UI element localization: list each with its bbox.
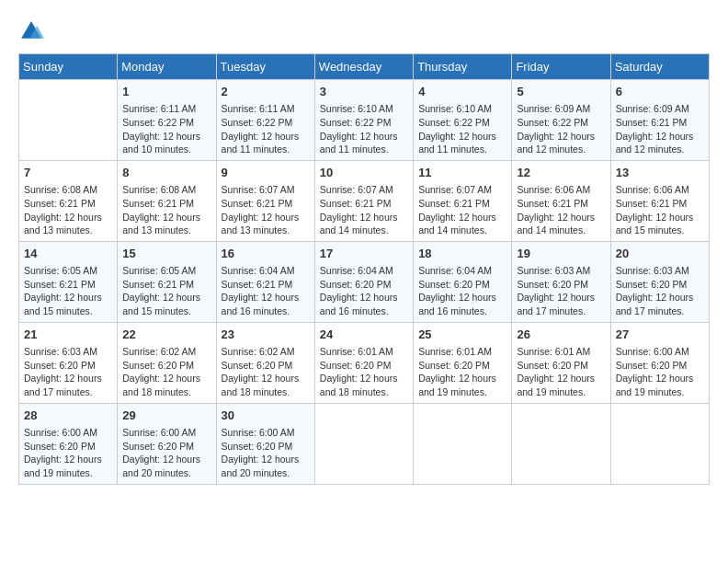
day-info: Sunrise: 6:03 AM Sunset: 6:20 PM Dayligh… (24, 345, 112, 399)
calendar-cell: 18Sunrise: 6:04 AM Sunset: 6:20 PM Dayli… (414, 241, 512, 322)
day-number: 4 (418, 84, 506, 100)
day-number: 3 (320, 84, 408, 100)
calendar-cell: 19Sunrise: 6:03 AM Sunset: 6:20 PM Dayli… (512, 241, 610, 322)
day-number: 27 (616, 327, 704, 343)
day-number: 13 (616, 165, 704, 181)
day-number: 2 (222, 84, 310, 100)
day-number: 21 (24, 327, 112, 343)
calendar-cell: 7Sunrise: 6:08 AM Sunset: 6:21 PM Daylig… (19, 160, 118, 241)
calendar-cell: 27Sunrise: 6:00 AM Sunset: 6:20 PM Dayli… (610, 322, 709, 403)
day-number: 17 (320, 246, 408, 262)
logo (18, 18, 48, 44)
page-header (18, 18, 710, 44)
day-number: 6 (616, 84, 704, 100)
weekday-header: Sunday (19, 54, 118, 80)
calendar-cell (19, 80, 118, 161)
day-info: Sunrise: 6:07 AM Sunset: 6:21 PM Dayligh… (320, 183, 408, 237)
calendar-cell: 21Sunrise: 6:03 AM Sunset: 6:20 PM Dayli… (19, 322, 118, 403)
day-number: 28 (24, 408, 112, 424)
day-number: 12 (517, 165, 605, 181)
calendar-week-row: 28Sunrise: 6:00 AM Sunset: 6:20 PM Dayli… (19, 403, 710, 484)
day-info: Sunrise: 6:07 AM Sunset: 6:21 PM Dayligh… (222, 183, 310, 237)
calendar-cell: 10Sunrise: 6:07 AM Sunset: 6:21 PM Dayli… (314, 160, 413, 241)
day-info: Sunrise: 6:11 AM Sunset: 6:22 PM Dayligh… (122, 102, 210, 156)
calendar-cell: 5Sunrise: 6:09 AM Sunset: 6:22 PM Daylig… (512, 80, 610, 161)
calendar-week-row: 1Sunrise: 6:11 AM Sunset: 6:22 PM Daylig… (19, 80, 710, 161)
day-info: Sunrise: 6:07 AM Sunset: 6:21 PM Dayligh… (418, 183, 506, 237)
calendar-cell: 15Sunrise: 6:05 AM Sunset: 6:21 PM Dayli… (118, 241, 216, 322)
day-number: 24 (320, 327, 408, 343)
logo-icon (18, 18, 44, 44)
calendar-week-row: 21Sunrise: 6:03 AM Sunset: 6:20 PM Dayli… (19, 322, 710, 403)
calendar-cell: 6Sunrise: 6:09 AM Sunset: 6:21 PM Daylig… (610, 80, 709, 161)
day-info: Sunrise: 6:08 AM Sunset: 6:21 PM Dayligh… (122, 183, 210, 237)
day-info: Sunrise: 6:10 AM Sunset: 6:22 PM Dayligh… (320, 102, 408, 156)
weekday-row: SundayMondayTuesdayWednesdayThursdayFrid… (19, 54, 710, 80)
calendar-cell (610, 403, 709, 484)
calendar-cell: 12Sunrise: 6:06 AM Sunset: 6:21 PM Dayli… (512, 160, 610, 241)
day-info: Sunrise: 6:04 AM Sunset: 6:20 PM Dayligh… (418, 264, 506, 318)
day-info: Sunrise: 6:03 AM Sunset: 6:20 PM Dayligh… (517, 264, 605, 318)
calendar-cell: 13Sunrise: 6:06 AM Sunset: 6:21 PM Dayli… (610, 160, 709, 241)
calendar-cell: 20Sunrise: 6:03 AM Sunset: 6:20 PM Dayli… (610, 241, 709, 322)
calendar-cell: 9Sunrise: 6:07 AM Sunset: 6:21 PM Daylig… (216, 160, 314, 241)
calendar-week-row: 7Sunrise: 6:08 AM Sunset: 6:21 PM Daylig… (19, 160, 710, 241)
calendar-header: SundayMondayTuesdayWednesdayThursdayFrid… (19, 54, 710, 80)
weekday-header: Wednesday (314, 54, 413, 80)
day-info: Sunrise: 6:05 AM Sunset: 6:21 PM Dayligh… (122, 264, 210, 318)
day-info: Sunrise: 6:01 AM Sunset: 6:20 PM Dayligh… (320, 345, 408, 399)
calendar-cell (512, 403, 610, 484)
day-info: Sunrise: 6:04 AM Sunset: 6:20 PM Dayligh… (320, 264, 408, 318)
day-number: 18 (418, 246, 506, 262)
calendar-cell: 30Sunrise: 6:00 AM Sunset: 6:20 PM Dayli… (216, 403, 314, 484)
calendar-cell: 4Sunrise: 6:10 AM Sunset: 6:22 PM Daylig… (414, 80, 512, 161)
day-number: 29 (122, 408, 210, 424)
day-info: Sunrise: 6:02 AM Sunset: 6:20 PM Dayligh… (122, 345, 210, 399)
day-number: 1 (122, 84, 210, 100)
day-number: 26 (517, 327, 605, 343)
calendar-cell: 16Sunrise: 6:04 AM Sunset: 6:21 PM Dayli… (216, 241, 314, 322)
day-info: Sunrise: 6:08 AM Sunset: 6:21 PM Dayligh… (24, 183, 112, 237)
day-info: Sunrise: 6:11 AM Sunset: 6:22 PM Dayligh… (222, 102, 310, 156)
calendar-cell (314, 403, 413, 484)
calendar-cell: 11Sunrise: 6:07 AM Sunset: 6:21 PM Dayli… (414, 160, 512, 241)
calendar-cell: 14Sunrise: 6:05 AM Sunset: 6:21 PM Dayli… (19, 241, 118, 322)
day-info: Sunrise: 6:03 AM Sunset: 6:20 PM Dayligh… (616, 264, 704, 318)
weekday-header: Tuesday (216, 54, 314, 80)
day-number: 20 (616, 246, 704, 262)
day-info: Sunrise: 6:05 AM Sunset: 6:21 PM Dayligh… (24, 264, 112, 318)
day-number: 22 (122, 327, 210, 343)
day-number: 7 (24, 165, 112, 181)
weekday-header: Saturday (610, 54, 709, 80)
calendar-table: SundayMondayTuesdayWednesdayThursdayFrid… (18, 53, 710, 485)
calendar-cell: 28Sunrise: 6:00 AM Sunset: 6:20 PM Dayli… (19, 403, 118, 484)
day-info: Sunrise: 6:01 AM Sunset: 6:20 PM Dayligh… (418, 345, 506, 399)
calendar-cell: 3Sunrise: 6:10 AM Sunset: 6:22 PM Daylig… (314, 80, 413, 161)
calendar-cell: 1Sunrise: 6:11 AM Sunset: 6:22 PM Daylig… (118, 80, 216, 161)
day-info: Sunrise: 6:00 AM Sunset: 6:20 PM Dayligh… (616, 345, 704, 399)
day-info: Sunrise: 6:06 AM Sunset: 6:21 PM Dayligh… (616, 183, 704, 237)
day-info: Sunrise: 6:02 AM Sunset: 6:20 PM Dayligh… (222, 345, 310, 399)
calendar-cell: 8Sunrise: 6:08 AM Sunset: 6:21 PM Daylig… (118, 160, 216, 241)
day-info: Sunrise: 6:00 AM Sunset: 6:20 PM Dayligh… (222, 426, 310, 480)
day-number: 15 (122, 246, 210, 262)
weekday-header: Thursday (414, 54, 512, 80)
day-number: 19 (517, 246, 605, 262)
calendar-cell: 2Sunrise: 6:11 AM Sunset: 6:22 PM Daylig… (216, 80, 314, 161)
calendar-week-row: 14Sunrise: 6:05 AM Sunset: 6:21 PM Dayli… (19, 241, 710, 322)
day-number: 8 (122, 165, 210, 181)
day-info: Sunrise: 6:00 AM Sunset: 6:20 PM Dayligh… (122, 426, 210, 480)
calendar-cell: 29Sunrise: 6:00 AM Sunset: 6:20 PM Dayli… (118, 403, 216, 484)
weekday-header: Friday (512, 54, 610, 80)
day-number: 16 (222, 246, 310, 262)
day-number: 11 (418, 165, 506, 181)
day-number: 14 (24, 246, 112, 262)
day-info: Sunrise: 6:01 AM Sunset: 6:20 PM Dayligh… (517, 345, 605, 399)
calendar-cell: 26Sunrise: 6:01 AM Sunset: 6:20 PM Dayli… (512, 322, 610, 403)
day-info: Sunrise: 6:00 AM Sunset: 6:20 PM Dayligh… (24, 426, 112, 480)
day-number: 9 (222, 165, 310, 181)
day-info: Sunrise: 6:09 AM Sunset: 6:21 PM Dayligh… (616, 102, 704, 156)
calendar-cell (414, 403, 512, 484)
day-info: Sunrise: 6:04 AM Sunset: 6:21 PM Dayligh… (222, 264, 310, 318)
day-number: 25 (418, 327, 506, 343)
